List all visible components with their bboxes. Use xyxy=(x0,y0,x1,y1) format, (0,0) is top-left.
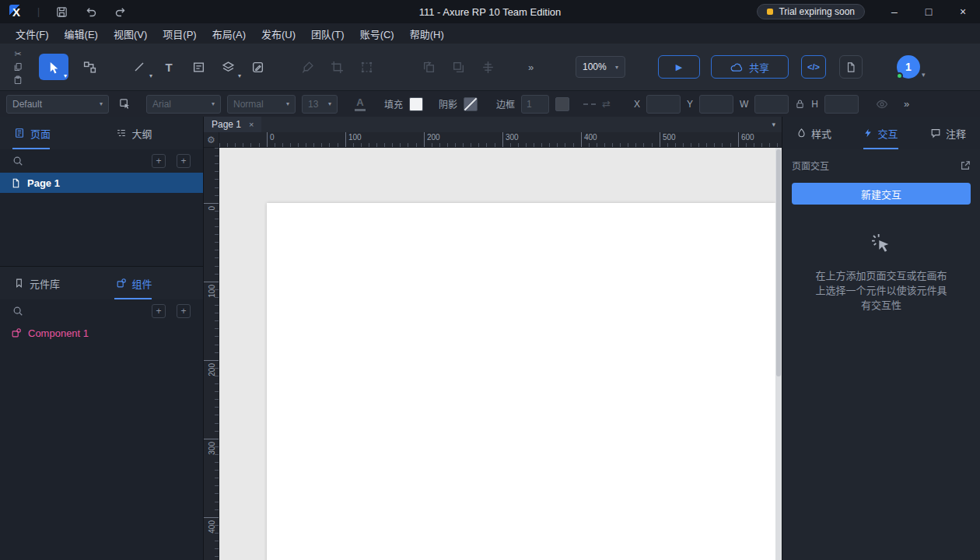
avatar[interactable]: 1 xyxy=(897,55,920,79)
titlebar-right-group: Trial expiring soon – □ × xyxy=(757,0,980,23)
close-button[interactable]: × xyxy=(946,0,980,23)
tab-pages[interactable]: 页面 xyxy=(0,117,102,149)
menu-file[interactable]: 文件(F) xyxy=(8,23,57,44)
lock-aspect-icon[interactable] xyxy=(795,99,805,109)
page-file-icon xyxy=(11,178,21,188)
h-input[interactable] xyxy=(824,95,859,114)
selection-tool-chevron-icon[interactable]: ▾ xyxy=(64,72,67,79)
shadow-swatch[interactable] xyxy=(464,97,478,111)
connector-tool-button[interactable] xyxy=(75,54,104,80)
border-style-icon[interactable] xyxy=(583,103,596,105)
transform-points-button[interactable] xyxy=(352,54,381,80)
add-page-button[interactable]: + xyxy=(152,154,166,168)
visibility-eye-icon[interactable] xyxy=(876,98,888,110)
x-input[interactable] xyxy=(646,95,681,114)
ruler-settings-button[interactable]: ⚙ xyxy=(204,132,219,148)
component-list-item[interactable]: Component 1 xyxy=(0,323,203,343)
swap-arrows-icon[interactable]: ⇄ xyxy=(602,98,611,110)
share-button[interactable]: 共享 xyxy=(711,55,789,79)
open-external-icon[interactable] xyxy=(960,160,971,171)
artboard[interactable] xyxy=(267,203,775,560)
layers-tool-chevron-icon[interactable]: ▾ xyxy=(238,72,241,79)
outline-icon xyxy=(116,128,127,138)
menu-publish[interactable]: 发布(U) xyxy=(254,23,303,44)
inspect-code-button[interactable]: </> xyxy=(801,55,826,79)
tab-style[interactable]: 样式 xyxy=(796,117,831,149)
menu-arrange[interactable]: 布局(A) xyxy=(205,23,254,44)
save-button[interactable] xyxy=(54,4,69,19)
send-to-back-button[interactable] xyxy=(443,54,473,80)
account-avatar-group[interactable]: 1 ▾ xyxy=(897,55,926,79)
add-component-folder-button[interactable]: + xyxy=(177,304,191,318)
v-ruler-label: 300 xyxy=(208,442,216,455)
pages-search-icon[interactable] xyxy=(12,156,23,166)
menu-account[interactable]: 账号(C) xyxy=(352,23,402,44)
menu-team[interactable]: 团队(T) xyxy=(303,23,352,44)
box-tool-button[interactable] xyxy=(184,54,213,80)
tab-libraries[interactable]: 元件库 xyxy=(0,267,102,299)
trial-badge[interactable]: Trial expiring soon xyxy=(757,4,865,19)
copy-icon[interactable] xyxy=(13,62,23,72)
menu-project[interactable]: 项目(P) xyxy=(155,23,204,44)
canvas-scroll-area[interactable] xyxy=(219,148,782,560)
canvas-vertical-scrollbar[interactable] xyxy=(775,148,782,560)
toolbar-overflow-button[interactable]: » xyxy=(516,54,546,80)
align-button[interactable] xyxy=(473,54,502,80)
canvas-tab-list-caret-icon[interactable]: ▾ xyxy=(772,121,775,128)
tab-interaction[interactable]: 交互 xyxy=(863,117,898,149)
menu-help[interactable]: 帮助(H) xyxy=(402,23,452,44)
border-color-swatch[interactable] xyxy=(555,97,569,111)
crop-button[interactable] xyxy=(322,54,352,80)
menu-edit[interactable]: 编辑(E) xyxy=(57,23,106,44)
format-painter-button[interactable] xyxy=(292,54,322,80)
style-picker-button[interactable] xyxy=(115,95,134,114)
style-preset-select[interactable]: Default ▾ xyxy=(6,95,109,114)
axure-app-window: X | 111 - Axure RP 10 Team Edition Trial… xyxy=(0,0,980,560)
add-page-folder-button[interactable]: + xyxy=(177,154,191,168)
fill-swatch[interactable] xyxy=(409,97,423,111)
pen-tool-button[interactable] xyxy=(243,54,272,80)
tab-outline[interactable]: 大纲 xyxy=(102,117,204,149)
tab-notes[interactable]: 注释 xyxy=(930,117,966,149)
undo-button[interactable] xyxy=(83,4,99,19)
selection-tool-button[interactable]: ▾ xyxy=(39,54,68,80)
menu-view[interactable]: 视图(V) xyxy=(106,23,155,44)
line-tool-chevron-icon[interactable]: ▾ xyxy=(149,72,152,79)
page-list-item[interactable]: Page 1 xyxy=(0,173,203,193)
paste-icon[interactable] xyxy=(13,75,23,86)
avatar-chevron-icon[interactable]: ▾ xyxy=(922,71,926,79)
font-color-icon: A xyxy=(356,96,363,108)
horizontal-ruler[interactable]: 0 100 200 300 400 500 600 xyxy=(219,132,782,148)
maximize-button[interactable]: □ xyxy=(912,0,946,23)
font-family-select[interactable]: Arial ▾ xyxy=(146,95,221,114)
font-color-button[interactable]: A xyxy=(350,95,370,114)
components-list: Component 1 xyxy=(0,323,203,560)
preview-button[interactable]: ▶ xyxy=(658,55,700,79)
y-input[interactable] xyxy=(699,95,733,114)
text-tool-button[interactable]: T xyxy=(154,54,184,80)
cut-icon[interactable]: ✂ xyxy=(14,49,21,59)
canvas-tab-close-icon[interactable]: × xyxy=(249,120,254,129)
vertical-ruler[interactable]: 0 100 200 300 400 xyxy=(204,148,219,560)
font-weight-select[interactable]: Normal ▾ xyxy=(227,95,296,114)
redo-button[interactable] xyxy=(113,4,128,19)
font-family-chevron-icon: ▾ xyxy=(212,100,215,107)
font-size-select[interactable]: 13 ▾ xyxy=(302,95,338,114)
new-interaction-button[interactable]: 新建交互 xyxy=(792,183,971,205)
zoom-select[interactable]: 100% ▾ xyxy=(576,56,625,78)
components-search-icon[interactable] xyxy=(12,306,23,317)
scrollbar-thumb[interactable] xyxy=(776,149,781,376)
layers-tool-button[interactable]: ▾ xyxy=(213,54,243,80)
canvas-tab-page1[interactable]: Page 1 × xyxy=(204,117,261,132)
line-tool-button[interactable]: ▾ xyxy=(124,54,154,80)
formatbar-overflow-button[interactable]: » xyxy=(904,98,910,110)
v-ruler-label: 100 xyxy=(208,285,216,298)
tab-components[interactable]: 组件 xyxy=(102,267,204,299)
border-width-input[interactable] xyxy=(521,95,549,114)
minimize-button[interactable]: – xyxy=(877,0,912,23)
text-tool-icon: T xyxy=(165,61,172,74)
add-component-button[interactable]: + xyxy=(152,304,166,318)
notes-doc-button[interactable] xyxy=(839,55,863,79)
w-input[interactable] xyxy=(754,95,789,114)
bring-to-front-button[interactable] xyxy=(414,54,443,80)
